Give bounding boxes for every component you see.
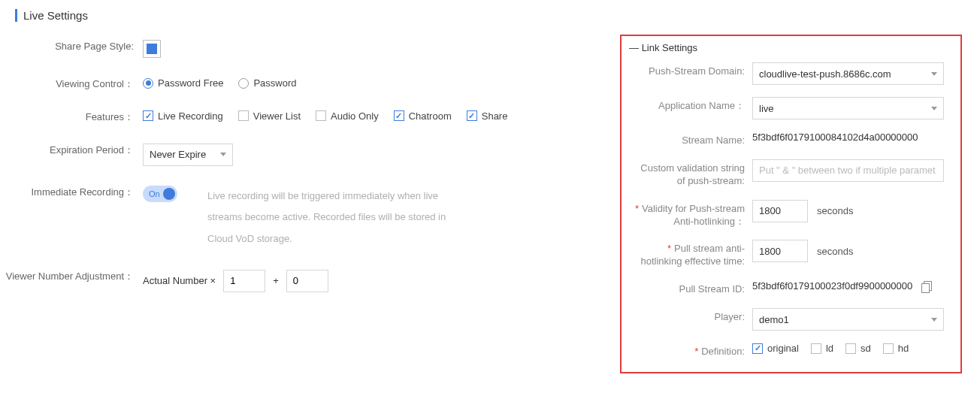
definition-ld[interactable]: ld (811, 343, 833, 354)
push-validity-input[interactable] (752, 200, 808, 222)
viewing-control-password[interactable]: Password (238, 77, 296, 89)
checkbox-label: ld (826, 343, 833, 354)
push-validity-unit: seconds (817, 205, 853, 216)
push-stream-domain-label: Push-Stream Domain: (632, 61, 752, 78)
pull-validity-label: *Pull stream anti-hotlinking effective t… (632, 238, 752, 268)
checkbox-label: Audio Only (331, 110, 379, 122)
immediate-recording-label: Immediate Recording： (0, 183, 143, 199)
chevron-down-icon (931, 107, 937, 110)
feature-audio-only[interactable]: Audio Only (316, 110, 379, 122)
definition-original[interactable]: original (752, 343, 799, 354)
select-value: demo1 (759, 314, 789, 325)
viewing-control-label: Viewing Control： (0, 74, 143, 91)
share-page-style-color[interactable] (143, 40, 161, 58)
checkbox-icon (143, 110, 153, 121)
checkbox-label: original (767, 343, 799, 354)
select-value: live (759, 103, 774, 114)
stream-name-label: Stream Name: (632, 130, 752, 147)
radio-icon (238, 78, 249, 89)
push-validity-label: *Validity for Push-stream Anti-hotlinkin… (632, 198, 752, 228)
link-settings-legend: Link Settings (629, 42, 947, 53)
viewing-control-password-free[interactable]: Password Free (143, 77, 223, 89)
expiration-period-label: Expiration Period： (0, 141, 143, 157)
share-page-style-label: Share Page Style: (0, 37, 143, 53)
checkbox-icon (845, 343, 856, 354)
definition-sd[interactable]: sd (845, 343, 871, 354)
checkbox-label: Viewer List (253, 110, 301, 122)
toggle-state: On (149, 189, 160, 198)
pull-stream-id-label: Pull Stream ID: (632, 279, 752, 296)
expiration-period-select[interactable]: Never Expire (143, 144, 233, 166)
link-settings-panel: Link Settings Push-Stream Domain: cloudl… (620, 35, 962, 373)
viewer-number-adjustment-label: Viewer Number Adjustment： (0, 267, 143, 283)
immediate-recording-hint: Live recording will be triggered immedia… (207, 186, 463, 250)
page-title: Live Settings (15, 9, 980, 22)
checkbox-icon (316, 110, 326, 121)
definition-hd[interactable]: hd (883, 343, 909, 354)
player-label: Player: (632, 307, 752, 324)
player-select[interactable]: demo1 (752, 308, 944, 331)
checkbox-label: sd (861, 343, 871, 354)
radio-icon (143, 78, 153, 89)
checkbox-label: Chatroom (409, 110, 452, 122)
checkbox-label: Share (482, 110, 508, 122)
chevron-down-icon (220, 153, 226, 156)
custom-validation-label: Custom validation string of push-stream: (632, 158, 752, 188)
toggle-knob-icon (163, 188, 175, 200)
checkbox-icon (752, 343, 763, 354)
radio-label: Password (253, 77, 296, 89)
push-stream-domain-select[interactable]: cloudlive-test-push.8686c.com (752, 62, 944, 85)
application-name-select[interactable]: live (752, 97, 944, 119)
immediate-recording-toggle[interactable]: On (143, 186, 177, 202)
features-label: Features： (0, 107, 143, 124)
copy-icon[interactable] (921, 281, 932, 292)
checkbox-icon (238, 110, 249, 121)
radio-label: Password Free (158, 77, 223, 89)
chevron-down-icon (931, 318, 937, 322)
feature-share[interactable]: Share (467, 110, 508, 122)
live-settings-panel: Share Page Style: Viewing Control： Passw… (0, 29, 616, 309)
viewer-adjust-plus: + (273, 275, 279, 286)
select-value: Never Expire (150, 149, 206, 160)
checkbox-icon (883, 343, 894, 354)
definition-label: *Definition: (632, 341, 752, 358)
pull-stream-id-value: 5f3bdf6f0179100023f0df9900000000 (752, 280, 912, 292)
checkbox-label: hd (898, 343, 909, 354)
stream-name-value: 5f3bdf6f0179100084102d4a00000000 (752, 131, 918, 143)
viewer-adjust-multiplier-input[interactable] (223, 270, 265, 292)
checkbox-icon (467, 110, 477, 121)
checkbox-icon (394, 110, 404, 121)
feature-live-recording[interactable]: Live Recording (143, 110, 223, 122)
feature-chatroom[interactable]: Chatroom (394, 110, 452, 122)
application-name-label: Application Name： (632, 95, 752, 113)
viewer-adjust-prefix: Actual Number × (143, 275, 216, 286)
color-swatch-icon (147, 44, 157, 54)
custom-validation-input[interactable] (752, 159, 944, 182)
viewer-adjust-addend-input[interactable] (286, 270, 328, 292)
feature-viewer-list[interactable]: Viewer List (238, 110, 301, 122)
checkbox-label: Live Recording (158, 110, 223, 122)
pull-validity-input[interactable] (752, 240, 808, 262)
chevron-down-icon (931, 72, 937, 76)
pull-validity-unit: seconds (817, 246, 853, 257)
checkbox-icon (811, 343, 821, 354)
select-value: cloudlive-test-push.8686c.com (759, 68, 891, 80)
